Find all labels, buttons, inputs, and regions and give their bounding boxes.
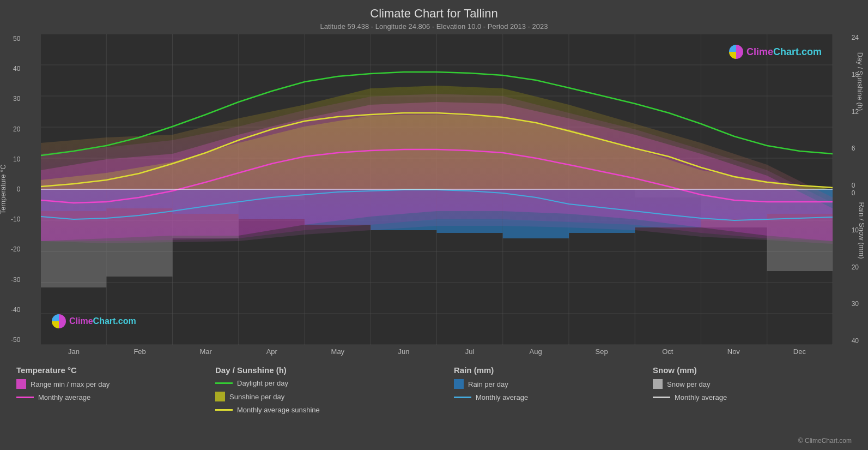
month-jun: Jun [371, 347, 436, 356]
month-jan: Jan [41, 347, 107, 356]
legend-temp-avg: Monthly average [16, 393, 215, 401]
legend-snow: Snow (mm) Snow per day Monthly average [653, 365, 852, 414]
legend-snow-avg: Monthly average [653, 393, 852, 401]
legend-daylight: Daylight per day [215, 379, 454, 387]
legend-rain-avg-line [454, 397, 471, 398]
legend-rain-day: Rain per day [454, 379, 653, 389]
y-axis-left: 50 40 30 20 10 0 -10 -20 -30 -40 -50 [11, 34, 20, 345]
legend-sunshine-day-label: Sunshine per day [229, 393, 284, 401]
legend-temp-range-box [16, 379, 26, 389]
title-section: Climate Chart for Tallinn Latitude 59.43… [0, 0, 868, 31]
month-feb: Feb [107, 347, 173, 356]
logo-top-right: ClimeChart.com [729, 45, 822, 59]
logo-bottom-left: ClimeChart.com [52, 314, 136, 328]
month-nov: Nov [701, 347, 767, 356]
y-right-r30: 30 [852, 300, 859, 308]
y-left-10: 10 [13, 155, 20, 163]
legend-area: Temperature °C Range min / max per day M… [16, 365, 852, 414]
y-right-0: 0 [852, 182, 855, 189]
chart-svg [41, 34, 833, 345]
logo-text-right: ClimeChart.com [746, 46, 822, 58]
legend-daylight-line [215, 382, 233, 384]
month-sep: Sep [569, 347, 635, 356]
chart-wrapper: 50 40 30 20 10 0 -10 -20 -30 -40 -50 Tem… [41, 34, 833, 345]
legend-temp-avg-label: Monthly average [38, 393, 90, 401]
y-left-50: 50 [13, 35, 20, 43]
y-left-0: 0 [17, 185, 21, 193]
legend-sunshine-avg: Monthly average sunshine [215, 406, 454, 414]
legend-sunshine-day: Sunshine per day [215, 392, 454, 401]
legend-snow-day-label: Snow per day [667, 380, 711, 388]
y-right-r0: 0 [852, 189, 855, 197]
legend-rain-day-label: Rain per day [468, 380, 508, 388]
y-left-30: 30 [13, 95, 20, 103]
y-left-40: 40 [13, 65, 20, 73]
main-title: Climate Chart for Tallinn [0, 7, 868, 21]
logo-circle-left [52, 314, 66, 328]
x-axis-months: Jan Feb Mar Apr May Jun Jul Aug Sep Oct … [41, 347, 833, 356]
y-right-24: 24 [852, 34, 859, 41]
legend-daylight-label: Daylight per day [237, 379, 288, 387]
logo-text-left: ClimeChart.com [69, 316, 136, 326]
legend-temp-title: Temperature °C [16, 365, 215, 375]
y-left-n40: -40 [11, 306, 20, 314]
month-oct: Oct [635, 347, 701, 356]
legend-rain: Rain (mm) Rain per day Monthly average [454, 365, 653, 414]
legend-temp-avg-line [16, 397, 34, 398]
legend-temp-range-label: Range min / max per day [31, 380, 110, 388]
main-container: Climate Chart for Tallinn Latitude 59.43… [0, 0, 868, 450]
legend-sunshine-box [215, 392, 225, 401]
legend-sunshine-title: Day / Sunshine (h) [215, 365, 454, 375]
legend-snow-day: Snow per day [653, 379, 852, 389]
legend-snow-avg-line [653, 397, 670, 398]
month-aug: Aug [503, 347, 569, 356]
y-right-r20: 20 [852, 263, 859, 271]
month-jul: Jul [436, 347, 502, 356]
y-left-n10: -10 [11, 215, 20, 223]
legend-snow-avg-label: Monthly average [675, 393, 727, 401]
y-left-n50: -50 [11, 336, 20, 344]
legend-temp-range: Range min / max per day [16, 379, 215, 389]
y-axis-left-label: Temperature °C [0, 164, 7, 214]
month-may: May [305, 347, 371, 356]
legend-rain-box [454, 379, 464, 389]
month-mar: Mar [173, 347, 239, 356]
subtitle: Latitude 59.438 - Longitude 24.806 - Ele… [0, 22, 868, 31]
y-left-20: 20 [13, 125, 20, 133]
legend-rain-title: Rain (mm) [454, 365, 653, 375]
legend-sunshine-avg-line [215, 409, 233, 411]
y-axis-right-sunshine-label: Day / Sunshine (h) [857, 52, 865, 111]
y-left-n20: -20 [11, 245, 20, 253]
legend-sunshine: Day / Sunshine (h) Daylight per day Suns… [215, 365, 454, 414]
copyright: © ClimeChart.com [798, 437, 852, 445]
month-dec: Dec [767, 347, 833, 356]
legend-snow-title: Snow (mm) [653, 365, 852, 375]
legend-rain-avg-label: Monthly average [476, 393, 528, 401]
legend-rain-avg: Monthly average [454, 393, 653, 401]
month-apr: Apr [239, 347, 305, 356]
y-right-r40: 40 [852, 337, 859, 345]
y-right-6: 6 [852, 145, 855, 152]
logo-circle-right [729, 45, 743, 59]
legend-snow-box [653, 379, 663, 389]
y-axis-right-rain-label: Rain / Snow (mm) [857, 202, 865, 259]
legend-sunshine-avg-label: Monthly average sunshine [237, 406, 320, 414]
legend-temperature: Temperature °C Range min / max per day M… [16, 365, 215, 414]
y-left-n30: -30 [11, 276, 20, 284]
